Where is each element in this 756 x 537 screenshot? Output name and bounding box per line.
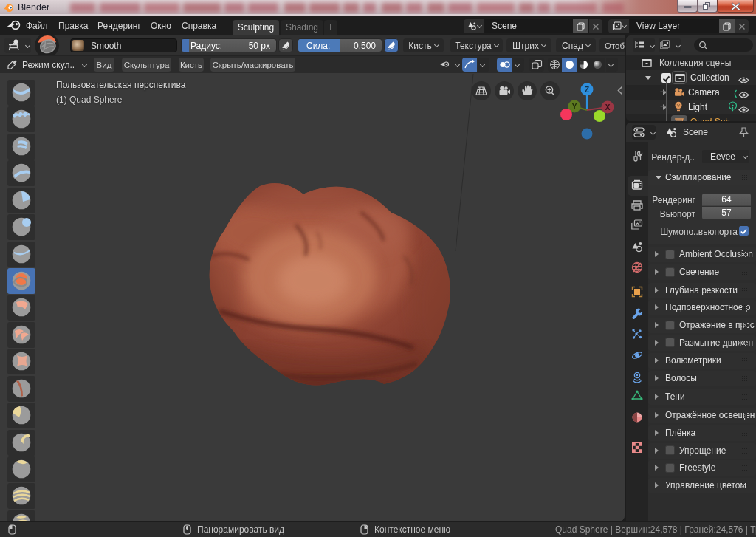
svg-text:Z: Z xyxy=(585,86,589,94)
svg-text:Y: Y xyxy=(572,103,577,111)
svg-text:X: X xyxy=(605,103,611,112)
